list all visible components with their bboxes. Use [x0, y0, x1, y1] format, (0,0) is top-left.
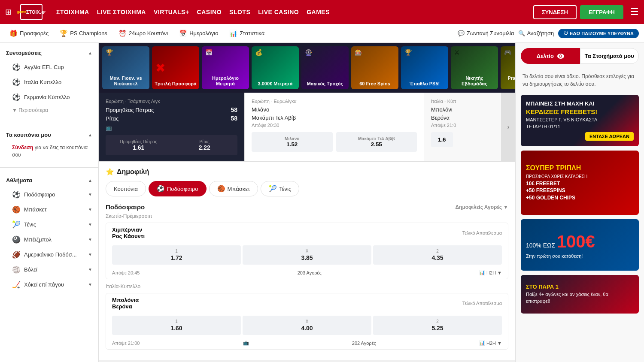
match1-team1: Προμηθέας Πάτρας — [106, 107, 154, 113]
live-matches-next-button[interactable]: › — [501, 93, 515, 161]
match1-more-markets[interactable]: 203 Αγορές — [298, 270, 322, 275]
sidebar-item-germany[interactable]: ⚽ Γερμανία Κύπελλο — [0, 90, 98, 105]
promo-card-2[interactable]: ✖ Τριπλή Προσφορά — [152, 46, 199, 89]
shortcuts-header[interactable]: Συντομεύσεις ▲ — [0, 46, 98, 60]
promo-banner-3[interactable]: 100% ΕΩΣ 100€ Στην πρώτη σου κατάθεση! — [521, 219, 639, 271]
coupons-section: Τα κουπόνια μου ▲ Σύνδεση για να δεις τα… — [0, 125, 98, 165]
match2-odd-x[interactable]: Χ 4.00 — [243, 316, 371, 335]
coupons-header[interactable]: Τα κουπόνια μου ▲ — [0, 128, 98, 142]
match1-odd1-button[interactable]: Προμηθέας Πάτρας 1.61 — [106, 135, 172, 155]
nav-live-casino[interactable]: LIVE CASINO — [258, 9, 299, 15]
promo-label-1: Μαν. Γιουν. vs Νιούκαστλ — [105, 75, 147, 87]
match2-team2: Μακάμπι Τελ Αβίβ — [252, 115, 296, 121]
sidebar-item-football[interactable]: ⚽ Ποδόσφαιρο ▼ — [0, 187, 98, 202]
register-button[interactable]: ΕΓΓΡΑΦΗ — [580, 5, 623, 19]
promo-icon-7: 🏆 — [404, 49, 412, 56]
sec-nav-24coupon[interactable]: ⏰ 24ωρο Κουπόνι — [114, 24, 172, 42]
match1-val-1: 1.72 — [170, 254, 182, 261]
match3-league: Ιταλία - Κύπ — [431, 99, 494, 104]
nav-stoixima[interactable]: ΣΤΟΙΧΗΜΑ — [56, 9, 89, 15]
center-content: 🏆 Μαν. Γιουν. vs Νιούκαστλ ✖ Τριπλή Προσ… — [99, 43, 515, 362]
tv-icon-1: 📺 — [106, 125, 112, 131]
sec-nav-offers[interactable]: 🎁 Προσφορές — [5, 24, 53, 42]
sidebar-item-england[interactable]: ⚽ Αγγλία EFL Cup — [0, 60, 98, 75]
tab-basketball[interactable]: 🏀 Μπάσκετ — [209, 181, 258, 196]
match1-team2-display: Ρος Κάουντι — [112, 233, 145, 239]
tab-coupons[interactable]: Κουπόνια — [106, 181, 146, 196]
tv-icon-match2: 📺 — [243, 340, 249, 346]
nav-casino[interactable]: CASINO — [197, 9, 222, 15]
promo-card-9[interactable]: 🎮 Pragmatic Buy Bonus — [501, 46, 515, 89]
match1-odd1-val: 1.61 — [133, 144, 144, 151]
login-button[interactable]: ΣΥΝΔΕΣΗ — [533, 5, 577, 19]
sidebar-item-volleyball[interactable]: 🏐 Βόλεϊ ▼ — [0, 262, 98, 277]
sidebar-item-tennis[interactable]: 🎾 Τένις ▼ — [0, 217, 98, 232]
nav-live-stoixima[interactable]: LIVE ΣΤΟΙΧΗΜΑ — [97, 9, 146, 15]
shortcuts-more[interactable]: ▼ Περισσότερα — [0, 105, 98, 116]
banner1-cta[interactable]: ΕΝΤΑΣΕ ΔΩΡΕΑΝ — [526, 132, 634, 141]
popular-sport-title: Ποδόσφαιρο — [106, 203, 145, 211]
match2-h2h-button[interactable]: 📊 H2H ▼ — [479, 340, 502, 346]
match1-team1-display: Χιμπέρνιαν — [112, 226, 145, 233]
live-match-2[interactable]: Ευρώπη - Ευρωλίγκα Μιλάνο Μακάμπι Τελ Αβ… — [245, 93, 424, 161]
promo-card-1[interactable]: 🏆 Μαν. Γιουν. vs Νιούκαστλ — [102, 46, 149, 89]
sports-header[interactable]: Αθλήματα ▲ — [0, 174, 98, 187]
promo-banner-4[interactable]: ΣΤΟ ΠΑΡΑ 1 Παίξε 4+ αγώνες και αν χάσεις… — [521, 275, 639, 314]
match2-type-2: 2 — [376, 319, 499, 324]
banner1-cta-button[interactable]: ΕΝΤΑΣΕ ΔΩΡΕΑΝ — [585, 132, 634, 141]
nav-virtuals[interactable]: VIRTUALS+ — [154, 9, 189, 15]
popular-markets-label[interactable]: Δημοφιλείς Αγορές ▼ — [455, 204, 508, 210]
sidebar-item-american-football[interactable]: 🏈 Αμερικάνικο Ποδόσ... ▼ — [0, 247, 98, 262]
betslip-tab[interactable]: Δελτίο 0 — [521, 48, 580, 64]
match1-odd-x[interactable]: Χ 3.85 — [243, 245, 371, 265]
promo-card-4[interactable]: 💰 3.000€ Μετρητά — [252, 46, 299, 89]
sidebar-item-hockey[interactable]: 🏒 Χόκεϊ επί πάγου ▼ — [0, 277, 98, 292]
live-chat-button[interactable]: 💬 Ζωντανή Συνομιλία — [458, 30, 514, 36]
match1-odd2-button[interactable]: Ρίτας 2.22 — [172, 135, 238, 155]
sec-nav-calendar[interactable]: 📅 Ημερολόγιο — [175, 24, 222, 42]
promo-card-8[interactable]: ⚔ Νικητής Εβδομάδας — [451, 46, 498, 89]
sidebar-item-baseball[interactable]: 🎱 Μπέιζμπολ ▼ — [0, 232, 98, 247]
match1-odd-1[interactable]: 1 1.72 — [112, 245, 241, 265]
promo-banner-1[interactable]: ΜΠΑΙΝΕΙΣ ΣΤΗ ΜΑΧΗ ΚΑΙ ΚΕΡΔΙΖΕΙΣ FREEBETS… — [521, 95, 639, 146]
match1-h2h-button[interactable]: 📊 H2H ▼ — [479, 270, 502, 275]
match2-odd1-button[interactable]: Μιλάνο 1.52 — [252, 132, 333, 152]
match1-val-2: 4.35 — [431, 254, 443, 261]
volleyball-icon: 🏐 — [12, 265, 21, 274]
basketball-label: Μπάσκετ — [24, 206, 47, 213]
sec-nav-ps-champions[interactable]: 🏆 PS Champions — [55, 24, 112, 42]
sidebar-item-basketball[interactable]: 🏀 Μπάσκετ ▼ — [0, 202, 98, 217]
match2-more-markets[interactable]: 202 Αγορές — [352, 341, 376, 346]
match2-val-1: 1.60 — [170, 325, 182, 332]
hamburger-icon[interactable]: ☰ — [630, 6, 639, 18]
grid-icon[interactable]: ⊞ — [5, 7, 12, 17]
volleyball-chevron-icon: ▼ — [88, 267, 92, 272]
live-match-3[interactable]: Ιταλία - Κύπ Μπολόνι Βερόνα Απόψε 21:0 1… — [424, 93, 501, 161]
promo-card-3[interactable]: 📅 Ημερολόγιο Μετρητά — [202, 46, 249, 89]
promo-card-5[interactable]: 🎡 Μαγικός Τροχός — [301, 46, 349, 89]
live-match-1[interactable]: Ευρώπη - Τσάμπιονς Λιγκ Προμηθέας Πάτρας… — [99, 93, 245, 161]
tab-tennis[interactable]: 🎾 Τένις — [261, 181, 299, 196]
match2-odd-2[interactable]: 2 5.25 — [373, 316, 502, 335]
sec-nav-stats[interactable]: 📊 Στατιστικά — [225, 24, 269, 42]
nav-games[interactable]: GAMES — [307, 9, 330, 15]
match2-odd2-button[interactable]: Μακάμπι Τελ Αβίβ 2.55 — [336, 132, 417, 152]
login-link[interactable]: Σύνδεση — [12, 145, 33, 151]
tab-football[interactable]: ⚽ Ποδόσφαιρο — [149, 181, 207, 196]
match2-time: Απόψε 20:30 — [252, 123, 417, 128]
promo-card-6[interactable]: 🎰 60 Free Spins — [351, 46, 398, 89]
promo-banner-2[interactable]: ΣΟΥΠΕΡ ΤΡΙΠΛΗ ΠΡΟΣΦΟΡΑ ΧΩΡΙΣ ΚΑΤΑΘΕΣΗ 10… — [521, 151, 639, 215]
match2-odd-1[interactable]: 1 1.60 — [112, 316, 241, 335]
chevron-up-icon: ▲ — [88, 51, 92, 55]
nav-slots[interactable]: SLOTS — [229, 9, 250, 15]
promo-card-7[interactable]: 🏆 Έπαθλο PS5! — [401, 46, 448, 89]
my-bets-tab[interactable]: Τα Στοιχήματά μου — [580, 48, 639, 64]
match3-odd1-button[interactable]: 1.6 — [431, 132, 453, 147]
sidebar-item-italy[interactable]: ⚽ Ιταλία Κυπελλο — [0, 75, 98, 90]
search-button[interactable]: 🔍 Αναζήτηση — [518, 30, 554, 36]
hockey-chevron-icon: ▼ — [88, 282, 92, 287]
match1-odd-2[interactable]: 2 4.35 — [373, 245, 502, 265]
logo[interactable]: game ΣΤΟΙΧ. .gr — [17, 2, 46, 22]
sidebar: Συντομεύσεις ▲ ⚽ Αγγλία EFL Cup ⚽ Ιταλία… — [0, 43, 99, 362]
responsible-gaming-button[interactable]: 🛡 ΕΔΩ ΠΑΙΖΟΥΜΕ ΥΠΕΥΘΥΝΑ — [558, 29, 639, 38]
